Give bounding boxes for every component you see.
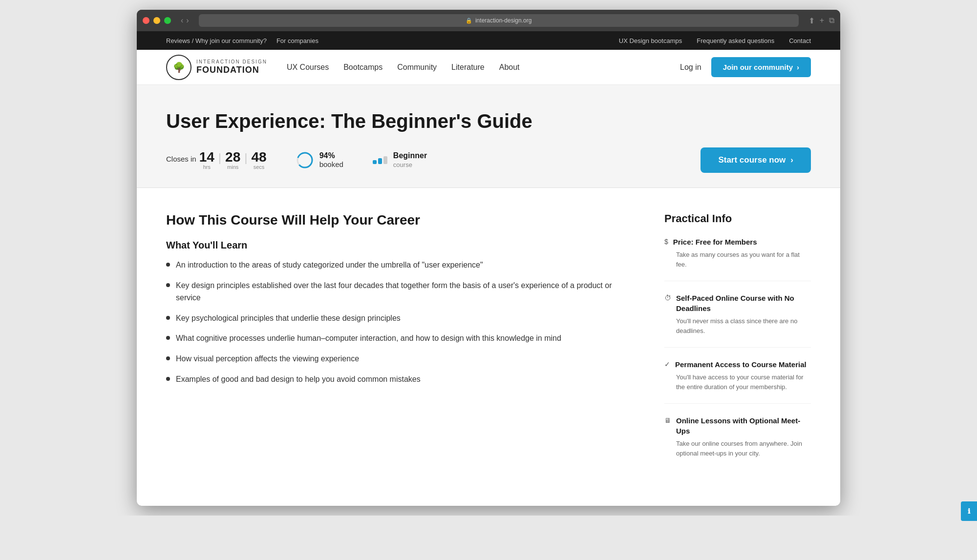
page-content: Reviews / Why join our community? For co… [137,31,840,506]
level-bar-3 [383,156,387,164]
start-label: Start course now [718,155,786,165]
mins-value: 28 [225,150,240,164]
course-stats: Closes in 14 hrs | 28 mins | 4 [166,147,811,173]
close-button[interactable] [143,17,149,24]
level-bar-2 [378,158,382,164]
tabs-icon[interactable]: ⧉ [829,16,834,25]
start-arrow: › [790,155,793,165]
secs-value: 48 [251,150,266,164]
content-right: Practical Info $ Price: Free for Members… [664,212,811,481]
traffic-lights [143,17,171,24]
faq-link[interactable]: Frequently asked questions [697,37,774,44]
online-title: Online Lessons with Optional Meet-Ups [676,415,811,436]
closes-in: Closes in 14 hrs | 28 mins | 4 [166,150,267,170]
mins-unit: 28 mins [225,150,240,170]
back-button[interactable]: ‹ [181,16,183,25]
bullet-dot [166,263,170,267]
main-nav: 🌳 INTERACTION DESIGN FOUNDATION UX Cours… [137,50,840,85]
list-item: Key design principles established over t… [166,279,635,304]
bootcamps-topbar-link[interactable]: UX Design bootcamps [619,37,682,44]
hours-unit: 14 hrs [199,150,214,170]
closes-label: Closes in [166,155,196,163]
logo-top-text: INTERACTION DESIGN [196,59,267,65]
logo-icon: 🌳 [166,55,191,80]
info-access: ✓ Permanent Access to Course Material Yo… [664,359,811,404]
svg-point-1 [297,153,312,167]
forward-button[interactable]: › [186,16,189,25]
section-title: How This Course Will Help Your Career [166,212,635,228]
browser-controls: ‹ › [181,16,189,25]
new-tab-icon[interactable]: + [820,16,824,25]
minimize-button[interactable] [153,17,160,24]
main-content: How This Course Will Help Your Career Wh… [137,188,840,506]
price-desc: Take as many courses as you want for a f… [664,250,811,269]
bullet-dot [166,283,170,287]
nav-community[interactable]: Community [397,63,437,72]
practical-title: Practical Info [664,212,811,225]
bullet-text: Examples of good and bad design to help … [176,373,421,386]
join-arrow: › [797,63,799,71]
bullet-dot [166,316,170,320]
url-text: interaction-design.org [475,17,531,24]
progress-circle [296,151,314,169]
mins-label: mins [227,164,238,170]
check-icon: ✓ [664,360,670,368]
logo[interactable]: 🌳 INTERACTION DESIGN FOUNDATION [166,55,267,80]
address-bar[interactable]: 🔒 interaction-design.org [199,14,799,27]
bullet-dot [166,377,170,381]
list-item: What cognitive processes underlie human–… [166,332,635,345]
login-button[interactable]: Log in [680,63,701,72]
booked-stat: 94% booked [296,151,343,169]
companies-link[interactable]: For companies [276,37,319,44]
price-title: Price: Free for Members [673,237,757,247]
level-sub: course [393,161,412,168]
course-title: User Experience: The Beginner's Guide [166,109,811,133]
list-item: An introduction to the areas of study ca… [166,259,635,271]
sep2: | [244,151,247,165]
content-left: How This Course Will Help Your Career Wh… [166,212,635,481]
hero-section: User Experience: The Beginner's Guide Cl… [137,85,840,188]
level-bars [373,156,387,164]
bullet-text: What cognitive processes underlie human–… [176,332,561,345]
list-item: Examples of good and bad design to help … [166,373,635,386]
bullet-text: How visual perception affects the viewin… [176,353,359,365]
bullet-dot [166,336,170,340]
join-button[interactable]: Join our community › [711,57,811,77]
top-bar: Reviews / Why join our community? For co… [137,31,840,50]
nav-literature[interactable]: Literature [451,63,485,72]
start-course-button[interactable]: Start course now › [701,147,811,173]
secs-unit: 48 secs [251,150,266,170]
browser-titlebar: ‹ › 🔒 interaction-design.org ⬆ + ⧉ [137,10,840,31]
level-name: Beginner [393,151,427,160]
lock-icon: 🔒 [466,18,472,24]
info-price: $ Price: Free for Members Take as many c… [664,237,811,281]
countdown: 14 hrs | 28 mins | 48 secs [199,150,267,170]
bullet-text: Key psychological principles that underl… [176,312,401,325]
nav-ux-courses[interactable]: UX Courses [287,63,329,72]
bullet-text: An introduction to the areas of study ca… [176,259,483,271]
top-bar-right: UX Design bootcamps Frequently asked que… [619,37,811,44]
price-icon: $ [664,238,668,246]
reviews-link[interactable]: Reviews / Why join our community? [166,37,267,44]
nav-bootcamps[interactable]: Bootcamps [343,63,382,72]
nav-actions: Log in Join our community › [680,57,811,77]
paced-title: Self-Paced Online Course with No Deadlin… [676,293,811,313]
bullet-dot [166,356,170,360]
clock-icon: ⏱ [664,294,671,302]
booked-percent: 94% [319,151,335,160]
contact-link[interactable]: Contact [789,37,811,44]
list-item: Key psychological principles that underl… [166,312,635,325]
booked-label: booked [319,160,343,168]
hours-value: 14 [199,150,214,164]
bullet-list: An introduction to the areas of study ca… [166,259,635,385]
paced-desc: You'll never miss a class since there ar… [664,316,811,335]
monitor-icon: 🖥 [664,416,671,424]
bullet-text: Key design principles established over t… [176,279,635,304]
top-bar-left: Reviews / Why join our community? For co… [166,37,319,44]
browser-actions: ⬆ + ⧉ [808,16,834,25]
join-label: Join our community [723,63,793,71]
maximize-button[interactable] [164,17,171,24]
nav-about[interactable]: About [499,63,520,72]
share-icon[interactable]: ⬆ [808,16,815,25]
level-stat: Beginner course [373,151,427,169]
